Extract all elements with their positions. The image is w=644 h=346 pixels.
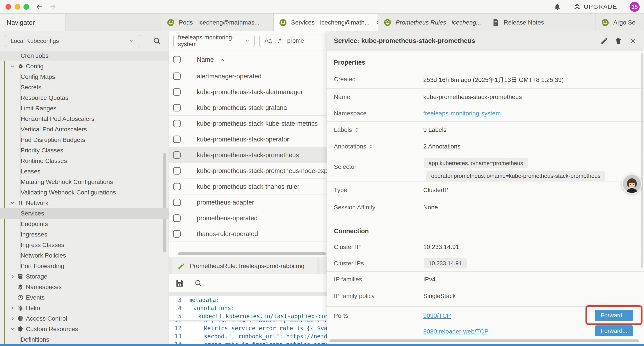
tab-pods-icecheng-mathmas[interactable]: Pods - icecheng@mathmas... xyxy=(161,13,274,31)
table-row-kube-prometheus-stack-thanos-ruler[interactable]: kube-prometheus-stack-thanos-ruler xyxy=(169,179,326,194)
sidebar-item-label: Events xyxy=(26,294,45,301)
dock-tab-prometheusrule[interactable]: PrometheusRule: freeleaps-prod-rabbitmq xyxy=(172,258,318,274)
chevron-right-icon[interactable] xyxy=(10,305,15,311)
dock-tab-partial[interactable]: C xyxy=(320,258,326,274)
sidebar-item-limit-ranges[interactable]: Limit Ranges xyxy=(0,103,169,114)
sidebar-item-secrets[interactable]: Secrets xyxy=(0,82,169,93)
row-checkbox[interactable] xyxy=(173,104,180,111)
chevron-right-icon[interactable] xyxy=(10,274,15,280)
table-row-kube-prometheus-stack-grafana[interactable]: kube-prometheus-stack-grafana xyxy=(169,100,326,116)
chevron-right-icon[interactable] xyxy=(10,316,15,322)
row-checkbox[interactable] xyxy=(173,230,180,238)
sidebar-item-events[interactable]: Events xyxy=(0,292,169,303)
table-row-prometheus-operated[interactable]: prometheus-operated xyxy=(169,210,326,226)
tab-argo-se[interactable]: Argo Se xyxy=(596,13,644,31)
edit-pencil-icon[interactable] xyxy=(600,37,608,45)
sidebar-item-mutating-webhook-configurations[interactable]: Mutating Webhook Configurations xyxy=(0,177,169,187)
search-input[interactable]: Aa .* prome xyxy=(259,34,326,47)
namespace-link[interactable]: freeleaps-monitoring-system xyxy=(423,110,501,117)
table-row-thanos-ruler-operated[interactable]: thanos-ruler-operated xyxy=(169,226,326,242)
sidebar-item-namespaces[interactable]: Namespaces xyxy=(0,282,169,292)
drawer-vertical-scrollbar[interactable] xyxy=(641,53,643,268)
search-icon[interactable] xyxy=(152,36,161,45)
editor-search-icon[interactable] xyxy=(194,279,202,287)
sidebar-item-priority-classes[interactable]: Priority Classes xyxy=(0,145,169,156)
sidebar-item-ingresses[interactable]: Ingresses xyxy=(0,229,169,240)
table-row-kube-prometheus-stack-prometheus-node-exporter[interactable]: kube-prometheus-stack-prometheus-node-ex… xyxy=(169,163,326,179)
avatar[interactable] xyxy=(622,174,642,194)
chevron-down-icon[interactable] xyxy=(10,200,15,206)
table-row-kube-prometheus-stack-alertmanager[interactable]: kube-prometheus-stack-alertmanager xyxy=(169,84,326,100)
row-checkbox[interactable] xyxy=(173,120,180,127)
row-checkbox[interactable] xyxy=(173,199,180,206)
yaml-editor[interactable]: 110","for":"1m","labels":{"service":"fre… xyxy=(169,296,326,344)
row-checkbox[interactable] xyxy=(173,183,180,190)
delete-trash-icon[interactable] xyxy=(614,37,622,45)
table-row-alertmanager-operated[interactable]: alertmanager-operated xyxy=(169,68,326,84)
tab-prometheus-rules-icecheng[interactable]: Prometheus Rules - icecheng... xyxy=(378,13,486,31)
drawer-horizontal-scrollbar[interactable] xyxy=(330,340,639,342)
table-row-kube-prometheus-stack-kube-state-metrics[interactable]: kube-prometheus-stack-kube-state-metrics xyxy=(169,116,326,131)
sidebar-item-helm[interactable]: Helm xyxy=(0,303,169,313)
back-arrow-icon[interactable] xyxy=(36,3,43,10)
chevron-down-icon[interactable] xyxy=(10,63,15,69)
table-row-kube-prometheus-stack-prometheus[interactable]: kube-prometheus-stack-prometheus xyxy=(169,147,326,163)
sort-icon[interactable] xyxy=(354,127,360,132)
sidebar-item-cron-jobs[interactable]: Cron Jobs xyxy=(0,50,169,61)
notification-count-badge[interactable]: 15 xyxy=(630,2,640,12)
row-checkbox[interactable] xyxy=(173,214,180,222)
sidebar-item-access-control[interactable]: Access Control xyxy=(0,313,169,324)
tab-services-icecheng-math[interactable]: Services - icecheng@math... xyxy=(274,13,378,31)
sidebar-item-vertical-pod-autoscalers[interactable]: Vertical Pod Autoscalers xyxy=(0,124,169,135)
close-icon[interactable] xyxy=(375,19,378,26)
close-icon[interactable] xyxy=(629,37,637,45)
table-row-prometheus-adapter[interactable]: prometheus-adapter xyxy=(169,194,326,210)
sidebar-item-definitions[interactable]: Definitions xyxy=(0,335,169,344)
row-checkbox[interactable] xyxy=(173,151,180,159)
window-close-button[interactable] xyxy=(6,4,11,10)
sidebar-item-storage[interactable]: Storage xyxy=(0,271,169,282)
sidebar-item-runtime-classes[interactable]: Runtime Classes xyxy=(0,156,169,166)
port-link-8080[interactable]: 8080:reloader-web/TCP xyxy=(423,328,488,335)
sidebar-item-ingress-classes[interactable]: Ingress Classes xyxy=(0,240,169,250)
sidebar-item-config[interactable]: Config xyxy=(0,61,169,72)
row-checkbox[interactable] xyxy=(173,167,180,175)
sidebar-item-network-policies[interactable]: Network Policies xyxy=(0,250,169,261)
sidebar-item-resource-quotas[interactable]: Resource Quotas xyxy=(0,93,169,103)
tab-release-notes[interactable]: Release Notes xyxy=(486,13,596,31)
code-link[interactable]: https://netdata xyxy=(286,333,326,340)
sidebar-item-services[interactable]: Services xyxy=(0,208,169,219)
upgrade-icon[interactable] xyxy=(574,3,581,10)
sidebar-item-custom-resources[interactable]: Custom Resources xyxy=(0,324,169,335)
save-icon[interactable] xyxy=(175,279,184,288)
match-case-toggle[interactable]: Aa xyxy=(264,37,272,44)
table-horizontal-scrollbar[interactable] xyxy=(178,252,326,255)
sidebar-item-leases[interactable]: Leases xyxy=(0,166,169,177)
window-minimize-button[interactable] xyxy=(15,4,20,10)
sidebar-item-endpoints[interactable]: Endpoints xyxy=(0,219,169,229)
port-link-9090[interactable]: 9090/TCP xyxy=(423,312,451,319)
regex-toggle[interactable]: .* xyxy=(278,37,282,44)
sidebar-item-horizontal-pod-autoscalers[interactable]: Horizontal Pod Autoscalers xyxy=(0,114,169,124)
notifications-bell-icon[interactable] xyxy=(554,3,561,10)
kubeconfig-select[interactable]: Local Kubeconfigs xyxy=(5,35,140,47)
sidebar-item-pod-disruption-budgets[interactable]: Pod Disruption Budgets xyxy=(0,135,169,145)
upgrade-label[interactable]: UPGRADE xyxy=(584,3,617,10)
row-checkbox[interactable] xyxy=(173,88,180,96)
sort-icon[interactable] xyxy=(368,144,374,149)
namespace-select[interactable]: freeleaps-monitoring-system xyxy=(173,34,255,47)
sort-ascending-icon[interactable] xyxy=(220,57,225,63)
sidebar-item-validating-webhook-configurations[interactable]: Validating Webhook Configurations xyxy=(0,187,169,198)
row-checkbox[interactable] xyxy=(173,136,180,143)
chevron-down-icon[interactable] xyxy=(10,326,15,332)
window-zoom-button[interactable] xyxy=(24,4,29,10)
sidebar-item-network[interactable]: Network xyxy=(0,198,169,208)
select-all-checkbox[interactable] xyxy=(173,56,180,63)
row-checkbox[interactable] xyxy=(173,72,180,80)
sidebar-item-port-forwarding[interactable]: Port Forwarding xyxy=(0,261,169,271)
column-header-name[interactable]: Name xyxy=(197,56,214,63)
table-row-kube-prometheus-stack-operator[interactable]: kube-prometheus-stack-operator xyxy=(169,131,326,147)
forward-arrow-icon[interactable] xyxy=(49,3,56,10)
forward-button-8080[interactable]: Forward... xyxy=(595,326,633,336)
sidebar-item-config-maps[interactable]: Config Maps xyxy=(0,72,169,82)
